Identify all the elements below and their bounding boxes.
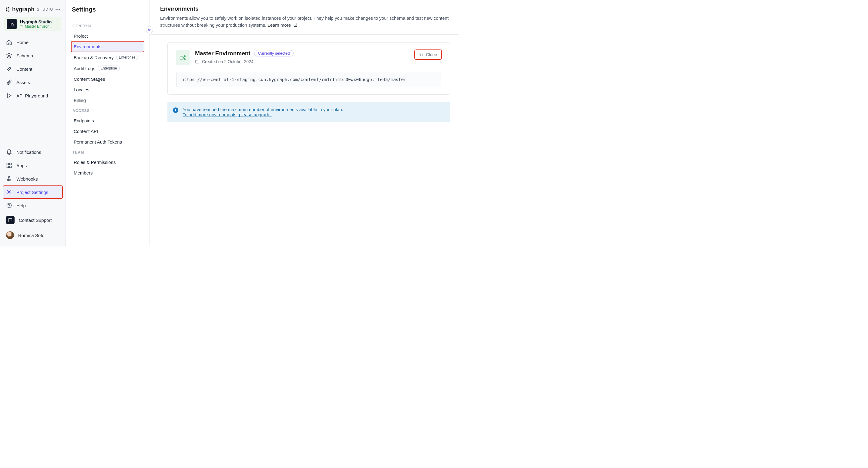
calendar-icon [195,59,199,64]
external-link-icon [293,23,298,27]
nav-assets[interactable]: Assets [3,76,62,89]
settings-roles[interactable]: Roles & Permissions [71,157,144,168]
copy-icon [419,53,423,57]
home-icon [6,39,12,45]
primary-nav: Home Schema Content Assets API Playgroun… [3,34,62,102]
brand-row: hygraph STUDIO [3,4,62,17]
settings-auth-tokens[interactable]: Permanent Auth Tokens [71,137,144,147]
enterprise-pill: Enterprise [116,55,138,60]
svg-rect-5 [7,166,9,168]
project-environment: Master Environ... [20,24,53,29]
primary-sidebar: hygraph STUDIO Hy Hygraph Studio Master … [0,0,66,246]
group-general: GENERAL [71,21,144,31]
nav-contact-support[interactable]: Contact Support [3,212,62,228]
environment-icon [176,50,190,65]
svg-rect-13 [421,54,423,56]
brand-name: hygraph [12,6,35,13]
webhook-icon [6,176,12,182]
nav-help[interactable]: Help [3,199,62,212]
svg-point-8 [10,179,11,181]
environment-name: Master Environment [195,50,250,57]
brand-logo[interactable]: hygraph STUDIO [5,6,53,13]
settings-title: Settings [71,6,144,13]
bell-icon [6,149,12,155]
play-icon [6,93,12,99]
svg-rect-6 [10,166,11,168]
settings-environments[interactable]: Environments [71,41,144,52]
project-name: Hygraph Studio [20,20,53,25]
project-badge: Hy [7,19,17,29]
settings-members[interactable]: Members [71,168,144,178]
enterprise-pill: Enterprise [98,65,120,71]
nav-home[interactable]: Home [3,36,62,49]
brand-menu-button[interactable] [55,6,61,12]
user-menu[interactable]: Romina Soto [3,228,62,242]
clone-button[interactable]: Clone [415,50,441,59]
svg-point-10 [8,192,10,193]
learn-more-link[interactable]: Learn more [268,23,298,28]
edit-icon [6,66,12,72]
secondary-nav: Notifications Apps Webhooks Project Sett… [3,144,62,242]
gear-icon [6,189,12,195]
nav-apps[interactable]: Apps [3,159,62,172]
settings-endpoints[interactable]: Endpoints [71,115,144,126]
group-team: TEAM [71,147,144,157]
help-icon [6,202,12,208]
brand-suffix: STUDIO [37,7,53,11]
plan-limit-alert: i You have reached the maximum number of… [167,102,450,122]
nav-schema[interactable]: Schema [3,49,62,62]
avatar [6,231,14,239]
group-access: ACCESS [71,106,144,115]
chat-icon [6,216,14,224]
settings-sidebar: Settings GENERAL Project Environments Ba… [66,0,150,246]
divider [150,34,459,35]
nav-notifications[interactable]: Notifications [3,146,62,158]
nav-content[interactable]: Content [3,62,62,75]
layers-icon [6,53,12,59]
settings-content-api[interactable]: Content API [71,126,144,137]
page-description: Environments allow you to safely work on… [160,14,450,29]
settings-project[interactable]: Project [71,31,144,41]
settings-backup-recovery[interactable]: Backup & Recovery Enterprise [71,52,144,63]
info-icon: i [173,108,178,113]
nav-webhooks[interactable]: Webhooks [3,172,62,185]
svg-rect-4 [10,163,11,165]
settings-billing[interactable]: Billing [71,95,144,106]
alert-text: You have reached the maximum number of e… [183,107,343,112]
svg-point-0 [56,9,56,10]
main-content: Environments Environments allow you to s… [150,0,459,246]
attachment-icon [6,79,12,85]
hygraph-icon [5,7,10,12]
svg-point-2 [59,9,60,10]
svg-point-7 [7,179,8,181]
project-selector[interactable]: Hy Hygraph Studio Master Environ... [4,17,61,31]
nav-project-settings[interactable]: Project Settings [3,186,62,199]
page-title: Environments [160,5,450,12]
settings-locales[interactable]: Locales [71,84,144,95]
grid-icon [6,163,12,169]
environment-created: Created on 2 October 2024 [195,59,409,64]
nav-api-playground[interactable]: API Playground [3,89,62,102]
svg-point-1 [57,9,58,10]
svg-rect-12 [196,60,199,63]
settings-content-stages[interactable]: Content Stages [71,74,144,84]
user-name: Romina Soto [18,233,44,238]
settings-audit-logs[interactable]: Audit Logs Enterprise [71,63,144,74]
selected-badge: Currently selected [254,50,294,56]
svg-rect-3 [7,163,9,165]
upgrade-link[interactable]: To add more environments, please upgrade… [183,112,272,117]
branch-icon [20,25,24,28]
environment-card: Master Environment Currently selected Cr… [167,42,450,95]
collapse-sidebar-button[interactable] [146,26,153,33]
environment-url[interactable]: https://eu-central-1-staging.cdn.hygraph… [176,72,441,87]
branch-icon [179,54,187,61]
